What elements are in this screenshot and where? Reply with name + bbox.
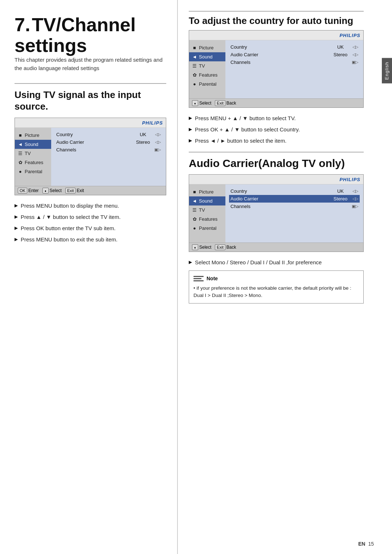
philips-logo-left: PHILIPS <box>142 120 163 126</box>
right-top-heading: To adjust the country for auto tuning <box>189 11 364 27</box>
rb-footer-back: Exit Back <box>215 244 236 250</box>
menu-body-right-bottom: ■ Picture ◄ Sound ☰ TV ✿ <box>189 184 363 243</box>
rb-bullet-1: Select Mono / Stereo / Dual I / Dual II … <box>189 258 364 266</box>
menu-body-right-top: ■ Picture ◄ Sound ☰ TV ✿ Features <box>189 40 363 98</box>
rb-menu-row-country: Country UK ◁▷ <box>229 187 360 195</box>
page-number: 15 <box>368 541 374 547</box>
menu-footer-right-top: ⬧ Select Exit Back <box>189 98 363 107</box>
bullet-3: Press OK button enter the TV sub item. <box>15 224 166 232</box>
bullet-1: Press MENU button to display the menu. <box>15 202 166 209</box>
rb-menu-row-audio: Audio Carrier Stereo ◁▷ <box>229 195 360 203</box>
rt-menu-item-parental: ● Parental <box>189 80 225 89</box>
bullet-2: Press ▲ / ▼ button to select the TV item… <box>15 213 166 221</box>
rt-menu-item-features: ✿ Features <box>189 70 225 80</box>
rb-menu-item-picture: ■ Picture <box>189 187 225 196</box>
rt-menu-item-tv: ☰ TV <box>189 61 225 70</box>
menu-content-right-bottom: Country UK ◁▷ Audio Carrier Stereo ◁▷ Ch… <box>225 184 363 243</box>
note-label: Note <box>207 275 218 282</box>
menu-content-left: Country UK ◁▷ Audio Carrier Stereo ◁▷ Ch… <box>51 128 166 186</box>
menu-item-picture: ■ Picture <box>15 131 51 140</box>
menu-item-tv: ☰ TV <box>15 149 51 158</box>
left-section-heading: Using TV signal as the input source. <box>15 83 166 112</box>
left-column: 7. TV/Channel settings This chapter prov… <box>0 0 178 554</box>
right-bottom-bullet-list: Select Mono / Stereo / Dual I / Dual II … <box>189 258 364 266</box>
rt-footer-back: Exit Back <box>215 100 236 106</box>
side-tab: English <box>382 58 392 83</box>
menu-header-left: PHILIPS <box>15 118 166 128</box>
footer-select: ⬧ Select <box>42 188 62 194</box>
menu-content-right-top: Country UK ◁▷ Audio Carrier Stereo ◁▷ Ch… <box>225 40 363 98</box>
rt-menu-row-country: Country UK ◁▷ <box>229 43 360 51</box>
audio-carrier-section: Audio Carrier(Analog TV only) PHILIPS ■ … <box>189 152 364 304</box>
note-header: Note <box>193 274 359 282</box>
menu-footer-right-bottom: ⬧ Select Exit Back <box>189 243 363 252</box>
rt-menu-item-picture: ■ Picture <box>189 43 225 52</box>
menu-header-right-bottom: PHILIPS <box>189 175 363 184</box>
menu-row-channels: Channels ▣▷ <box>55 146 162 154</box>
tv-menu-left: PHILIPS ■ Picture ◄ Sound ☰ TV <box>15 118 166 195</box>
rb-menu-item-parental: ● Parental <box>189 224 225 233</box>
menu-footer-left: OK Enter ⬧ Select Exit Exit <box>15 186 166 195</box>
menu-item-parental: ● Parental <box>15 167 51 176</box>
menu-sidebar-right-bottom: ■ Picture ◄ Sound ☰ TV ✿ <box>189 184 225 243</box>
note-box: Note • if your preference is not the wor… <box>189 270 364 304</box>
bullet-4: Press MENU button to exit the sub item. <box>15 236 166 243</box>
footer-exit: Exit Exit <box>65 188 84 194</box>
menu-row-audio-carrier: Audio Carrier Stereo ◁▷ <box>55 138 162 146</box>
right-top-bullet-list: Press MENU + ▲ / ▼ button to select TV. … <box>189 114 364 144</box>
rb-menu-item-features: ✿ Features <box>189 215 225 224</box>
rb-footer-select: ⬧ Select <box>192 244 211 250</box>
rt-menu-row-audio: Audio Carrier Stereo ◁▷ <box>229 51 360 58</box>
rt-bullet-2: Press OK + ▲ / ▼ button to select Countr… <box>189 126 364 133</box>
rt-menu-row-channels: Channels ▣▷ <box>229 58 360 66</box>
menu-header-right-top: PHILIPS <box>189 30 363 40</box>
chapter-heading: 7. TV/Channel settings <box>15 15 166 56</box>
right-column: To adjust the country for auto tuning PH… <box>178 0 382 554</box>
menu-sidebar-left: ■ Picture ◄ Sound ☰ TV ✿ Features <box>15 128 51 186</box>
rb-menu-item-tv: ☰ TV <box>189 205 225 215</box>
audio-carrier-heading: Audio Carrier(Analog TV only) <box>189 152 364 170</box>
menu-item-features: ✿ Features <box>15 158 51 167</box>
tv-menu-right-bottom: PHILIPS ■ Picture ◄ Sound ☰ <box>189 174 364 252</box>
chapter-description: This chapter provides adjust the program… <box>15 56 166 72</box>
note-content: • if your preference is not the workable… <box>193 285 359 300</box>
rt-bullet-3: Press ◄ / ► button to select the item. <box>189 137 364 144</box>
rt-footer-select: ⬧ Select <box>192 100 211 106</box>
menu-sidebar-right-top: ■ Picture ◄ Sound ☰ TV ✿ Features <box>189 40 225 98</box>
menu-body-left: ■ Picture ◄ Sound ☰ TV ✿ Features <box>15 128 166 186</box>
en-badge: EN <box>358 541 365 547</box>
page-footer: EN 15 <box>358 541 374 547</box>
menu-row-country: Country UK ◁▷ <box>55 131 162 138</box>
rb-menu-item-sound: ◄ Sound <box>189 196 225 205</box>
menu-item-sound: ◄ Sound <box>15 140 51 149</box>
tv-menu-right-top: PHILIPS ■ Picture ◄ Sound ☰ TV <box>189 30 364 108</box>
philips-logo-right-top: PHILIPS <box>339 33 360 38</box>
philips-logo-right-bottom: PHILIPS <box>339 177 360 182</box>
rb-menu-row-channels: Channels ▣▷ <box>229 203 360 210</box>
footer-ok: OK Enter <box>18 188 39 194</box>
rt-menu-item-sound: ◄ Sound <box>189 52 225 61</box>
rt-bullet-1: Press MENU + ▲ / ▼ button to select TV. <box>189 114 364 122</box>
note-icon <box>193 274 204 282</box>
left-bullet-list: Press MENU button to display the menu. P… <box>15 202 166 243</box>
